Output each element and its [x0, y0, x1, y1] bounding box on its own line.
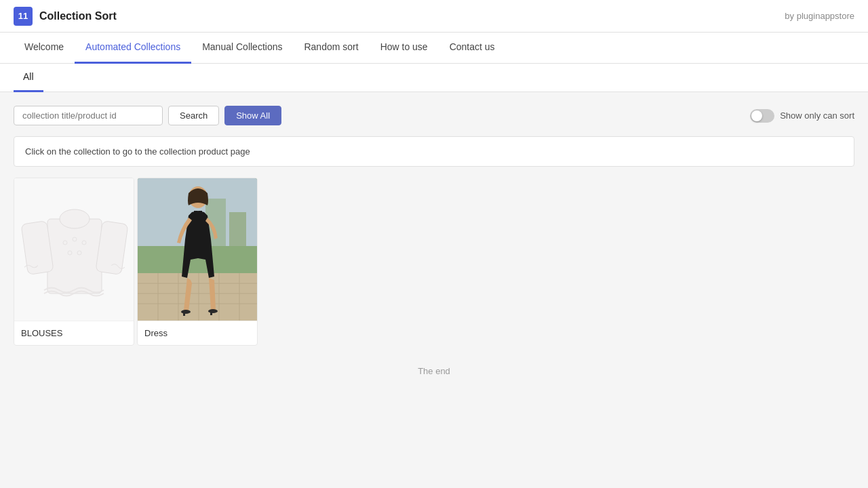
toggle-knob: [751, 110, 762, 121]
app-logo: 11: [14, 7, 33, 26]
svg-rect-13: [229, 212, 246, 246]
header-by: by pluginappstore: [785, 11, 854, 21]
nav-item-contact[interactable]: Contact us: [439, 33, 506, 64]
app-header: 11 Collection Sort by pluginappstore: [0, 0, 868, 33]
info-message: Click on the collection to go to the col…: [25, 146, 250, 157]
footer-end: The end: [14, 366, 854, 390]
collection-grid: BLOUSES: [14, 178, 854, 346]
nav-item-random[interactable]: Random sort: [293, 33, 369, 64]
search-row: Search Show All Show only can sort: [14, 106, 854, 125]
toggle-label: Show only can sort: [780, 110, 854, 121]
nav-item-welcome[interactable]: Welcome: [14, 33, 75, 64]
svg-rect-28: [183, 310, 185, 316]
search-input[interactable]: [14, 106, 163, 125]
svg-point-26: [181, 310, 191, 314]
nav-item-automated[interactable]: Automated Collections: [75, 33, 191, 64]
card-title-blouses: BLOUSES: [14, 321, 134, 345]
nav-item-howto[interactable]: How to use: [370, 33, 439, 64]
header-left: 11 Collection Sort: [14, 7, 117, 26]
svg-rect-1: [47, 219, 102, 293]
collection-card-blouses[interactable]: BLOUSES: [14, 178, 134, 346]
svg-point-2: [60, 209, 90, 228]
svg-rect-29: [210, 310, 212, 315]
dress-illustration: [138, 178, 258, 321]
show-all-button[interactable]: Show All: [224, 106, 281, 125]
can-sort-toggle[interactable]: [750, 109, 774, 123]
app-title: Collection Sort: [39, 10, 117, 22]
svg-rect-25: [199, 211, 202, 221]
main-navbar: Welcome Automated Collections Manual Col…: [0, 33, 868, 64]
info-box: Click on the collection to go to the col…: [14, 136, 854, 167]
card-image-dress: [138, 178, 258, 321]
main-content: Search Show All Show only can sort Click…: [0, 92, 868, 488]
card-image-blouses: [14, 178, 134, 321]
collection-card-dress[interactable]: Dress: [137, 178, 258, 346]
tab-all[interactable]: All: [14, 64, 43, 92]
search-button[interactable]: Search: [168, 106, 219, 125]
blouse-illustration: [14, 178, 134, 321]
tab-bar: All: [0, 64, 868, 92]
nav-item-manual[interactable]: Manual Collections: [191, 33, 293, 64]
svg-rect-24: [194, 211, 197, 221]
svg-point-27: [208, 309, 218, 313]
card-title-dress: Dress: [138, 321, 257, 345]
toggle-row: Show only can sort: [750, 109, 854, 123]
